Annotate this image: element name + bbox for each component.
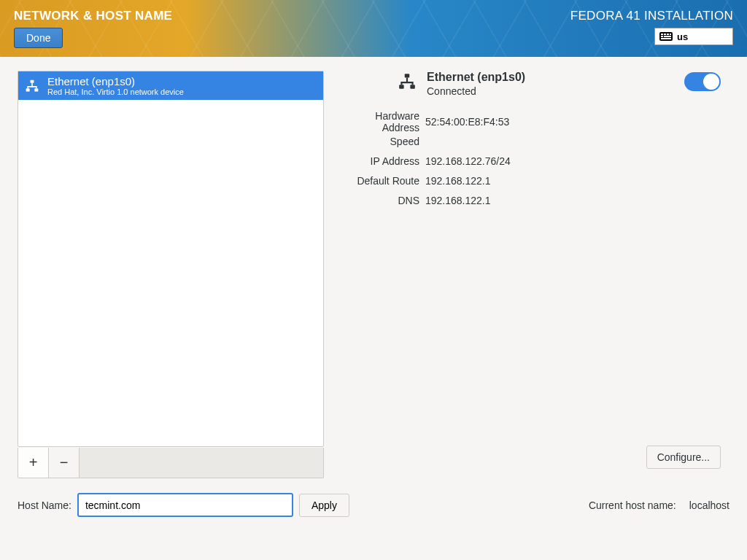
label-dns: DNS bbox=[336, 195, 419, 206]
detail-title: Ethernet (enp1s0) bbox=[427, 71, 525, 84]
svg-rect-2 bbox=[34, 88, 38, 91]
hostname-label: Host Name: bbox=[18, 499, 71, 511]
network-icon bbox=[24, 78, 40, 94]
network-icon bbox=[398, 72, 418, 93]
interface-name: Ethernet (enp1s0) bbox=[47, 75, 184, 88]
keyboard-icon bbox=[659, 32, 673, 41]
connection-toggle[interactable] bbox=[684, 72, 721, 91]
svg-rect-5 bbox=[410, 85, 415, 88]
remove-interface-button[interactable]: − bbox=[49, 448, 80, 478]
keyboard-layout-indicator[interactable]: us bbox=[654, 28, 733, 45]
label-hardware-address: Hardware Address bbox=[336, 110, 419, 133]
current-hostname-label: Current host name: bbox=[589, 499, 676, 511]
apply-hostname-button[interactable]: Apply bbox=[299, 494, 349, 517]
page-title: NETWORK & HOST NAME bbox=[14, 9, 172, 23]
hostname-input[interactable] bbox=[77, 493, 293, 517]
row-default-route: Default Route 192.168.122.1 bbox=[336, 171, 721, 190]
keyboard-layout-label: us bbox=[677, 31, 688, 42]
value-ip-address: 192.168.122.76/24 bbox=[425, 155, 511, 167]
interface-detail: Ethernet (enp1s0) Connected Hardware Add… bbox=[336, 71, 721, 210]
current-hostname-value: localhost bbox=[689, 499, 729, 511]
done-button[interactable]: Done bbox=[14, 28, 63, 48]
interface-item[interactable]: Ethernet (enp1s0) Red Hat, Inc. Virtio 1… bbox=[18, 71, 323, 100]
value-dns: 192.168.122.1 bbox=[425, 195, 491, 206]
value-hardware-address: 52:54:00:E8:F4:53 bbox=[425, 116, 509, 128]
svg-rect-3 bbox=[405, 74, 410, 77]
configure-button[interactable]: Configure... bbox=[646, 446, 721, 469]
installer-title: FEDORA 41 INSTALLATION bbox=[570, 9, 733, 23]
hostname-row: Host Name: Apply Current host name: loca… bbox=[18, 493, 729, 517]
row-ip-address: IP Address 192.168.122.76/24 bbox=[336, 151, 721, 171]
row-hardware-address: Hardware Address 52:54:00:E8:F4:53 bbox=[336, 112, 721, 131]
svg-rect-1 bbox=[26, 88, 30, 91]
value-default-route: 192.168.122.1 bbox=[425, 175, 491, 187]
label-speed: Speed bbox=[336, 136, 419, 147]
row-speed: Speed bbox=[336, 131, 721, 151]
interface-list-toolbar: + − bbox=[18, 448, 324, 478]
header-bar: NETWORK & HOST NAME Done FEDORA 41 INSTA… bbox=[0, 0, 747, 57]
svg-rect-0 bbox=[31, 79, 34, 82]
detail-status: Connected bbox=[427, 85, 525, 97]
add-interface-button[interactable]: + bbox=[18, 448, 49, 478]
label-ip-address: IP Address bbox=[336, 155, 419, 167]
interface-subtitle: Red Hat, Inc. Virtio 1.0 network device bbox=[47, 88, 184, 96]
label-default-route: Default Route bbox=[336, 175, 419, 187]
toggle-knob bbox=[703, 74, 719, 90]
row-dns: DNS 192.168.122.1 bbox=[336, 190, 721, 210]
svg-rect-4 bbox=[399, 85, 404, 88]
interface-list: Ethernet (enp1s0) Red Hat, Inc. Virtio 1… bbox=[18, 71, 324, 447]
